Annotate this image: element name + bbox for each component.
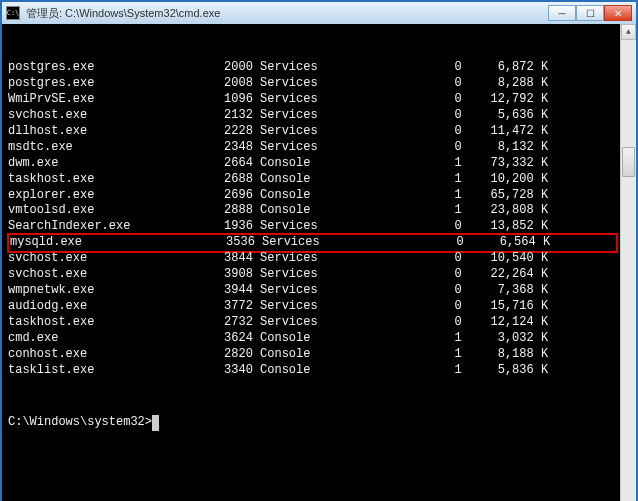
process-row: svchost.exe 3908 Services 0 22,264 K [8,267,636,283]
process-row: explorer.exe 2696 Console 1 65,728 K [8,188,636,204]
prompt-text: C:\Windows\system32> [8,415,152,429]
titlebar[interactable]: C:\ 管理员: C:\Windows\System32\cmd.exe ─ ☐… [2,2,636,24]
process-row: cmd.exe 3624 Console 1 3,032 K [8,331,636,347]
process-row: svchost.exe 3844 Services 0 10,540 K [8,251,636,267]
scroll-up-button[interactable]: ▲ [621,24,636,40]
maximize-button[interactable]: ☐ [576,5,604,21]
process-row: dwm.exe 2664 Console 1 73,332 K [8,156,636,172]
process-row: mysqld.exe 3536 Services 0 6,564 K [10,235,616,251]
process-row: taskhost.exe 2732 Services 0 12,124 K [8,315,636,331]
prompt-line: C:\Windows\system32>_ [8,415,636,431]
process-row: postgres.exe 2008 Services 0 8,288 K [8,76,636,92]
process-row: vmtoolsd.exe 2888 Console 1 23,808 K [8,203,636,219]
process-row: taskhost.exe 2688 Console 1 10,200 K [8,172,636,188]
scroll-track[interactable] [621,40,636,501]
process-row: dllhost.exe 2228 Services 0 11,472 K [8,124,636,140]
cursor: _ [152,415,159,431]
close-button[interactable]: ✕ [604,5,632,21]
process-row: WmiPrvSE.exe 1096 Services 0 12,792 K [8,92,636,108]
scrollbar[interactable]: ▲ ▼ [620,24,636,501]
process-row: msdtc.exe 2348 Services 0 8,132 K [8,140,636,156]
process-row: svchost.exe 2132 Services 0 5,636 K [8,108,636,124]
window-title: 管理员: C:\Windows\System32\cmd.exe [26,6,548,21]
process-row: tasklist.exe 3340 Console 1 5,836 K [8,363,636,379]
app-icon: C:\ [6,6,20,20]
window-buttons: ─ ☐ ✕ [548,5,632,21]
process-row: conhost.exe 2820 Console 1 8,188 K [8,347,636,363]
process-row: postgres.exe 2000 Services 0 6,872 K [8,60,636,76]
minimize-button[interactable]: ─ [548,5,576,21]
highlighted-row: mysqld.exe 3536 Services 0 6,564 K [7,233,618,253]
cmd-window: C:\ 管理员: C:\Windows\System32\cmd.exe ─ ☐… [0,0,638,501]
process-row: wmpnetwk.exe 3944 Services 0 7,368 K [8,283,636,299]
process-row: audiodg.exe 3772 Services 0 15,716 K [8,299,636,315]
process-row: SearchIndexer.exe 1936 Services 0 13,852… [8,219,636,235]
process-list: postgres.exe 2000 Services 0 6,872 Kpost… [8,60,636,379]
scroll-thumb[interactable] [622,147,635,177]
terminal-output[interactable]: postgres.exe 2000 Services 0 6,872 Kpost… [2,24,636,501]
